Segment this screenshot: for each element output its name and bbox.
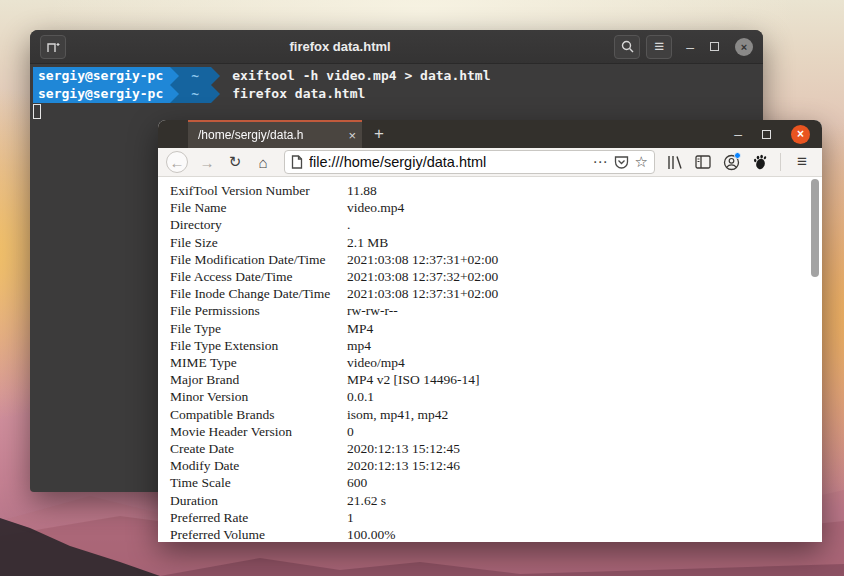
table-row: File Name video.mp4 <box>170 199 822 216</box>
terminal-close-button[interactable]: × <box>735 38 753 56</box>
exif-value: mp4 <box>347 337 822 354</box>
prompt-user: sergiy@sergiy-pc <box>33 67 170 85</box>
bookmark-star-icon[interactable]: ☆ <box>635 153 648 171</box>
page-content[interactable]: ExifTool Version Number 11.88 File Name … <box>158 177 822 542</box>
table-row: Minor Version 0.0.1 <box>170 388 822 405</box>
table-row: File Type Extension mp4 <box>170 337 822 354</box>
sidebar-icon <box>695 155 711 169</box>
exif-value: 2.1 MB <box>347 234 822 251</box>
notification-dot <box>734 152 741 159</box>
exif-label: Movie Header Version <box>170 423 347 440</box>
home-icon: ⌂ <box>258 154 267 171</box>
exif-value: 2021:03:08 12:37:31+02:00 <box>347 285 822 302</box>
table-row: Preferred Volume 100.00% <box>170 526 822 542</box>
tabbar-drag-area[interactable] <box>396 120 734 148</box>
table-row: MIME Type video/mp4 <box>170 354 822 371</box>
toolbar-divider <box>780 153 781 171</box>
firefox-minimize-button[interactable]: – <box>734 129 742 139</box>
exif-label: File Type <box>170 320 347 337</box>
terminal-body[interactable]: sergiy@sergiy-pc ~ exiftool -h video.mp4… <box>30 64 763 121</box>
exif-label: File Size <box>170 234 347 251</box>
menu-button[interactable]: ≡ <box>790 150 814 174</box>
command-text: firefox data.html <box>232 85 365 103</box>
tab-title: /home/sergiy/data.h <box>198 128 342 142</box>
page-icon <box>291 155 303 169</box>
exif-label: Preferred Rate <box>170 509 347 526</box>
forward-arrow-icon: → <box>200 154 215 171</box>
page-actions-icon[interactable]: ⋯ <box>593 153 608 171</box>
powerline-arrow-icon <box>170 67 179 85</box>
url-text[interactable]: file:///home/sergiy/data.html <box>309 154 587 170</box>
exif-label: Major Brand <box>170 371 347 388</box>
exif-label: Minor Version <box>170 388 347 405</box>
table-row: Major Brand MP4 v2 [ISO 14496-14] <box>170 371 822 388</box>
back-arrow-icon: ← <box>170 154 185 171</box>
firefox-maximize-button[interactable] <box>762 130 771 139</box>
terminal-new-tab-button[interactable] <box>40 35 66 59</box>
exif-label: Duration <box>170 492 347 509</box>
exif-value: 11.88 <box>347 182 822 199</box>
exif-label: Directory <box>170 216 347 233</box>
forward-button[interactable]: → <box>194 150 220 174</box>
exif-label: File Type Extension <box>170 337 347 354</box>
library-button[interactable] <box>663 150 687 174</box>
terminal-titlebar[interactable]: firefox data.html ≡ – × <box>30 30 763 64</box>
library-icon <box>667 155 683 170</box>
exif-value: 0.0.1 <box>347 388 822 405</box>
gnome-extension-button[interactable] <box>747 150 771 174</box>
sidebar-button[interactable] <box>691 150 715 174</box>
firefox-tabbar[interactable]: /home/sergiy/data.h × + – × <box>158 120 822 148</box>
exif-value: 0 <box>347 423 822 440</box>
exif-value: . <box>347 216 822 233</box>
exif-label: Preferred Volume <box>170 526 347 542</box>
terminal-maximize-button[interactable] <box>710 42 719 51</box>
table-row: Create Date 2020:12:13 15:12:45 <box>170 440 822 457</box>
table-row: Directory . <box>170 216 822 233</box>
firefox-navbar: ← → ↻ ⌂ file:///home/sergiy/data.html ⋯ <box>158 148 822 177</box>
command-text: exiftool -h video.mp4 > data.html <box>232 67 490 85</box>
reload-button[interactable]: ↻ <box>222 150 248 174</box>
back-button[interactable]: ← <box>166 151 188 173</box>
table-row: File Permissions rw-rw-r-- <box>170 302 822 319</box>
account-button[interactable] <box>719 150 743 174</box>
exif-value: 21.62 s <box>347 492 822 509</box>
exif-label: Compatible Brands <box>170 406 347 423</box>
new-tab-icon <box>46 41 60 53</box>
table-row: Preferred Rate 1 <box>170 509 822 526</box>
prompt-path: ~ <box>179 85 211 103</box>
terminal-search-button[interactable] <box>614 35 640 59</box>
url-bar[interactable]: file:///home/sergiy/data.html ⋯ ☆ <box>284 150 655 174</box>
terminal-prompt-line: sergiy@sergiy-pc ~ firefox data.html <box>33 85 763 103</box>
firefox-window: /home/sergiy/data.h × + – × ← → ↻ ⌂ <box>158 120 822 542</box>
exif-label: ExifTool Version Number <box>170 182 347 199</box>
powerline-arrow-icon <box>170 85 179 103</box>
hamburger-icon: ≡ <box>654 37 664 57</box>
exif-label: File Name <box>170 199 347 216</box>
table-row: File Access Date/Time 2021:03:08 12:37:3… <box>170 268 822 285</box>
exif-value: 2020:12:13 15:12:45 <box>347 440 822 457</box>
table-row: Duration 21.62 s <box>170 492 822 509</box>
exif-value: 100.00% <box>347 526 822 542</box>
exif-label: File Permissions <box>170 302 347 319</box>
table-row: File Type MP4 <box>170 320 822 337</box>
table-row: Time Scale 600 <box>170 474 822 491</box>
table-row: File Inode Change Date/Time 2021:03:08 1… <box>170 285 822 302</box>
terminal-menu-button[interactable]: ≡ <box>646 35 672 59</box>
exif-label: Modify Date <box>170 457 347 474</box>
exif-value: rw-rw-r-- <box>347 302 822 319</box>
exif-label: File Inode Change Date/Time <box>170 285 347 302</box>
scrollbar-thumb[interactable] <box>811 179 819 277</box>
home-button[interactable]: ⌂ <box>250 150 276 174</box>
exif-label: File Modification Date/Time <box>170 251 347 268</box>
browser-tab[interactable]: /home/sergiy/data.h × <box>188 120 362 148</box>
table-row: ExifTool Version Number 11.88 <box>170 182 822 199</box>
table-row: Compatible Brands isom, mp41, mp42 <box>170 406 822 423</box>
tab-close-button[interactable]: × <box>348 128 356 143</box>
terminal-minimize-button[interactable]: – <box>686 42 694 52</box>
powerline-arrow-icon <box>211 67 220 85</box>
exif-label: MIME Type <box>170 354 347 371</box>
new-tab-button[interactable]: + <box>362 120 396 148</box>
exif-value: 1 <box>347 509 822 526</box>
pocket-icon[interactable] <box>614 155 629 169</box>
firefox-close-button[interactable]: × <box>791 125 810 144</box>
